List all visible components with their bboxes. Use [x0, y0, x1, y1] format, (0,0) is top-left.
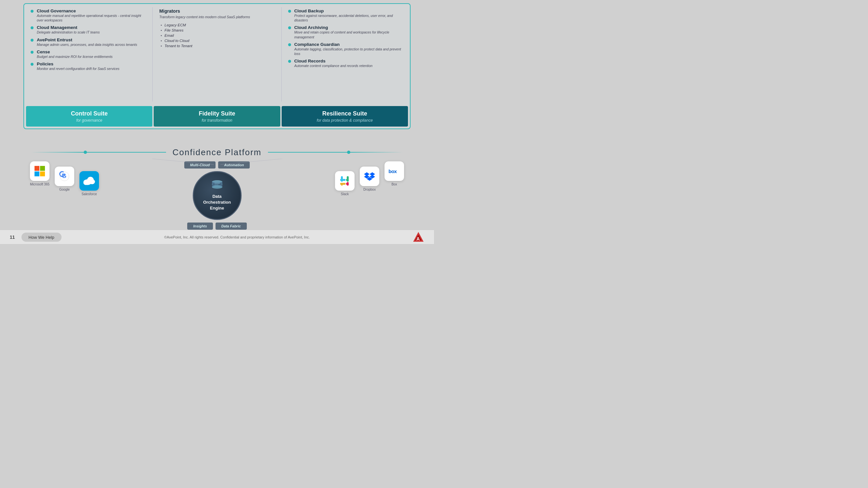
slack-icon-item: Slack — [335, 171, 354, 196]
resilience-item-3: Compliance Guardian Automate tagging, cl… — [288, 42, 405, 56]
salesforce-icon-item: Salesforce — [80, 171, 99, 196]
ms365-label: Microsoft 365 — [30, 183, 50, 186]
cloud-records-desc: Automate content compliance and records … — [294, 63, 372, 68]
slack-icon-box — [335, 171, 354, 191]
columns-row: Cloud Governance Automate manual and rep… — [24, 4, 410, 105]
page-number: 11 — [10, 234, 15, 240]
dropbox-icon-item: Dropbox — [360, 167, 379, 191]
svg-point-9 — [87, 177, 94, 183]
migrators-title: Migrators — [159, 8, 276, 14]
salesforce-label: Salesforce — [82, 192, 97, 196]
db-icon — [211, 180, 223, 192]
confidence-line-container: Confidence Platform — [24, 146, 410, 159]
dropbox-label: Dropbox — [363, 188, 376, 191]
engine-text: Data Orchestration Engine — [203, 194, 231, 212]
control-item-2: Cloud Management Delegate administration… — [31, 25, 147, 34]
control-suite-subtitle: for governance — [29, 118, 149, 123]
cloud-records-title: Cloud Records — [294, 59, 372, 63]
fidelity-suite-subtitle: for transformation — [157, 118, 277, 123]
bullet-dot — [31, 63, 34, 66]
fidelity-suite-title: Fidelity Suite — [157, 110, 277, 117]
avepoint-logo: A — [412, 231, 424, 243]
cloud-governance-title: Cloud Governance — [37, 8, 147, 13]
migrator-item-1: • Legacy ECM — [159, 23, 276, 28]
migrators-desc: Transform legacy content into modern clo… — [159, 14, 276, 19]
box-icon-item: box Box — [384, 161, 404, 186]
svg-rect-3 — [40, 171, 45, 176]
bullet-dot — [31, 26, 34, 29]
svg-rect-25 — [340, 179, 346, 181]
control-item-4: Cense Budget and maximize ROI for licens… — [31, 50, 147, 59]
svg-rect-31 — [346, 183, 349, 185]
bullet-dot — [288, 43, 291, 46]
policies-desc: Monitor and revert configuration drift f… — [37, 66, 120, 71]
top-box: Cloud Governance Automate manual and rep… — [24, 3, 410, 129]
cense-desc: Budget and maximize ROI for license enti… — [37, 54, 113, 59]
svg-rect-0 — [34, 166, 39, 171]
left-icons: Microsoft 365 G Google — [30, 161, 99, 196]
control-item-5: Policies Monitor and revert configuratio… — [31, 62, 147, 71]
slack-label: Slack — [341, 192, 349, 196]
svg-rect-27 — [346, 179, 349, 181]
control-suite-button: Control Suite for governance — [26, 106, 152, 127]
google-icon-box: G — [55, 167, 74, 186]
fidelity-column: Migrators Transform legacy content into … — [153, 4, 281, 105]
multi-cloud-chip: Multi-Cloud — [184, 161, 216, 168]
policies-title: Policies — [37, 62, 120, 66]
cloud-archiving-desc: Move and retain copies of content and wo… — [294, 30, 405, 39]
resilience-item-2: Cloud Archiving Move and retain copies o… — [288, 25, 405, 39]
cloud-archiving-title: Cloud Archiving — [294, 25, 405, 30]
cloud-governance-desc: Automate manual and repetitive operation… — [37, 13, 147, 23]
confidence-label: Confidence Platform — [166, 148, 268, 158]
box-label: Box — [391, 183, 397, 186]
resilience-item-4: Cloud Records Automate content complianc… — [288, 59, 405, 68]
ms365-icon-box — [30, 161, 50, 181]
confidence-section: Confidence Platform Microsoft 36 — [24, 146, 410, 227]
bullet-dot — [288, 26, 291, 29]
automation-chip: Automation — [218, 161, 250, 168]
cloud-backup-title: Cloud Backup — [294, 8, 405, 13]
line-dot-right — [347, 151, 350, 154]
svg-text:A: A — [416, 236, 420, 241]
ms365-icon-item: Microsoft 365 — [30, 161, 50, 186]
control-column: Cloud Governance Automate manual and rep… — [24, 4, 152, 105]
chips-top-row: Multi-Cloud Automation — [184, 161, 250, 168]
svg-text:box: box — [389, 168, 397, 174]
control-item-1: Cloud Governance Automate manual and rep… — [31, 8, 147, 23]
box-icon-box: box — [384, 161, 404, 181]
control-item-3: AvePoint Entrust Manage admin users, pro… — [31, 37, 147, 47]
resilience-suite-button: Resilience Suite for data protection & c… — [282, 106, 408, 127]
svg-rect-2 — [34, 171, 39, 176]
migrators-list: • Legacy ECM • File Shares • Email • Clo… — [159, 23, 276, 48]
dropbox-icon-box — [360, 167, 379, 186]
suite-buttons: Control Suite for governance Fidelity Su… — [24, 106, 410, 129]
data-fabric-chip: Data Fabric — [216, 223, 247, 230]
google-icon-item: G Google — [55, 167, 74, 191]
bullet-dot — [31, 10, 34, 13]
insights-chip: Insights — [187, 223, 213, 230]
resilience-suite-title: Resilience Suite — [285, 110, 405, 117]
resilience-column: Cloud Backup Protect against ransomware,… — [282, 4, 410, 105]
resilience-item-1: Cloud Backup Protect against ransomware,… — [288, 8, 405, 23]
compliance-guardian-desc: Automate tagging, classification, protec… — [294, 47, 405, 56]
fidelity-suite-button: Fidelity Suite for transformation — [154, 106, 280, 127]
avepoint-entrust-desc: Manage admin users, processes, and data … — [37, 42, 137, 47]
migrator-item-4: • Cloud to Cloud — [159, 38, 276, 43]
engine-circle: Data Orchestration Engine — [193, 171, 242, 220]
migrator-item-2: • File Shares — [159, 28, 276, 33]
cense-title: Cense — [37, 50, 113, 54]
google-label: Google — [59, 188, 70, 191]
page-background: Cloud Governance Automate manual and rep… — [0, 0, 434, 244]
control-suite-title: Control Suite — [29, 110, 149, 117]
svg-rect-29 — [340, 183, 346, 185]
bullet-dot — [288, 10, 291, 13]
avepoint-entrust-title: AvePoint Entrust — [37, 37, 137, 42]
salesforce-icon-box — [80, 171, 99, 191]
compliance-guardian-title: Compliance Guardian — [294, 42, 405, 47]
migrator-item-5: • Tenant to Tenant — [159, 43, 276, 48]
how-we-help-tag: How We Help — [22, 233, 62, 242]
cloud-backup-desc: Protect against ransomware, accidental d… — [294, 13, 405, 23]
bullet-dot — [288, 60, 291, 63]
right-icons: box Box — [335, 161, 404, 196]
resilience-suite-subtitle: for data protection & compliance — [285, 118, 405, 123]
